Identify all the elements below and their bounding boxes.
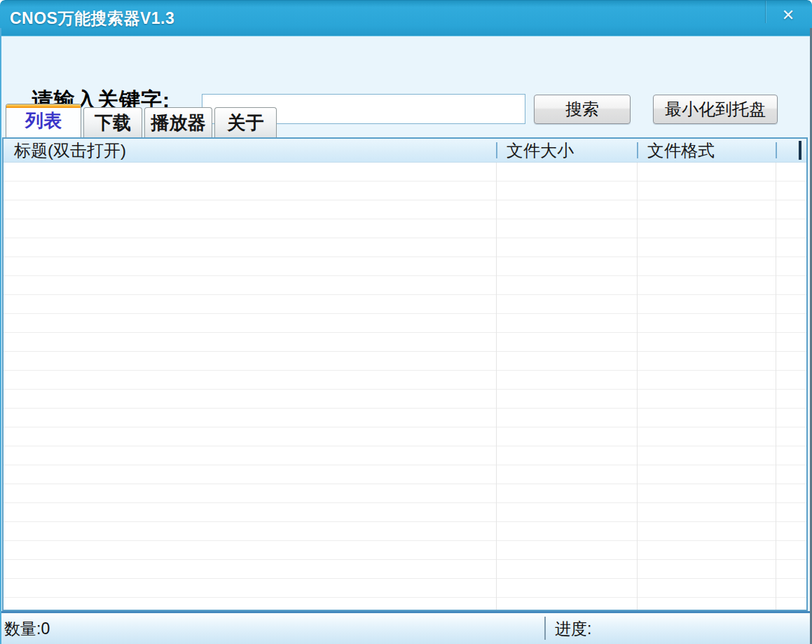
tab-list[interactable]: 列表 — [6, 104, 81, 137]
titlebar-divider — [765, 1, 766, 23]
column-header-fileformat[interactable]: 文件格式 — [637, 139, 776, 162]
progress-label: 进度: — [555, 618, 591, 640]
tab-download-label: 下载 — [95, 111, 131, 135]
results-table-header: 标题(双击打开) 文件大小 文件格式 — [4, 139, 806, 163]
tab-player[interactable]: 播放器 — [144, 107, 212, 137]
column-header-filesize-label: 文件大小 — [507, 139, 574, 162]
close-button[interactable]: ✕ — [771, 4, 805, 27]
window-left-border — [0, 28, 1, 644]
column-header-filesize[interactable]: 文件大小 — [496, 139, 637, 162]
search-area: 请输入关键字: 搜索 最小化到托盘 — [1, 36, 810, 104]
tab-about-label: 关于 — [228, 111, 264, 135]
results-table-body[interactable] — [4, 163, 806, 610]
tab-list-label: 列表 — [25, 109, 62, 133]
titlebar[interactable]: CNOS万能搜索器V1.3 ✕ — [0, 0, 812, 36]
column-header-extra[interactable] — [776, 139, 806, 162]
column-header-fileformat-label: 文件格式 — [647, 139, 715, 162]
column-divider — [637, 163, 638, 610]
status-bar: 数量:0 进度: — [0, 611, 812, 644]
column-divider — [496, 163, 497, 610]
results-table: 标题(双击打开) 文件大小 文件格式 — [2, 137, 808, 611]
status-divider — [544, 617, 546, 640]
close-icon: ✕ — [782, 6, 794, 25]
column-header-title[interactable]: 标题(双击打开) — [4, 139, 496, 162]
tab-player-label: 播放器 — [151, 111, 206, 135]
result-count: 数量:0 — [4, 618, 50, 640]
tab-download[interactable]: 下载 — [83, 107, 142, 137]
header-end-divider — [799, 141, 801, 160]
column-header-title-label: 标题(双击打开) — [14, 139, 126, 162]
column-divider — [776, 163, 776, 610]
window-title: CNOS万能搜索器V1.3 — [10, 1, 174, 37]
app-window: CNOS万能搜索器V1.3 ✕ 请输入关键字: 搜索 最小化到托盘 列表 下载 … — [0, 0, 812, 644]
tab-bar: 列表 下载 播放器 关于 — [0, 104, 812, 137]
tab-about[interactable]: 关于 — [214, 107, 277, 137]
